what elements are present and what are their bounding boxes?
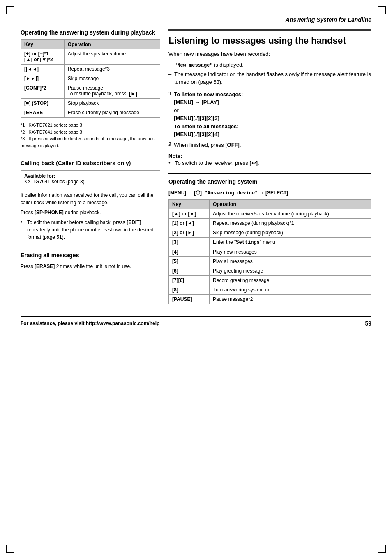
table-cell-operation: Play all messages bbox=[210, 257, 371, 266]
dash-item-2: The message indicator on the handset fla… bbox=[168, 70, 371, 86]
table-row: [4]Play new messages bbox=[169, 247, 371, 257]
table-cell-operation: Adjust the speaker volume bbox=[64, 49, 160, 65]
table-row: [2] or [►]Skip message (during playback) bbox=[169, 228, 371, 238]
divider-right bbox=[168, 173, 371, 174]
table-cell-key: [|◄◄] bbox=[21, 65, 65, 74]
operating-table: Key Operation [▲] or [▼]Adjust the recei… bbox=[168, 199, 371, 304]
page: Answering System for Landline Operating … bbox=[0, 0, 392, 559]
section-playback-heading: Operating the answering system during pl… bbox=[21, 29, 160, 36]
table-cell-operation: Stop playback bbox=[64, 99, 160, 108]
two-column-layout: Operating the answering system during pl… bbox=[21, 29, 371, 308]
table-cell-key: [2] or [►] bbox=[169, 228, 210, 238]
top-bar bbox=[168, 29, 371, 31]
num-1: 1 bbox=[168, 90, 171, 139]
table-cell-operation: Skip message (during playback) bbox=[210, 228, 371, 238]
section-erase-heading: Erasing all messages bbox=[21, 252, 160, 259]
corner-mark-tl bbox=[6, 6, 14, 14]
right-table-col-operation: Operation bbox=[210, 200, 371, 209]
playback-table: Key Operation [+] or [−]*1[▲] or [▼]*2Ad… bbox=[21, 39, 160, 118]
note-text: To switch to the receiver, press [↩]. bbox=[168, 159, 371, 167]
calling-back-body1: If caller information was received for t… bbox=[21, 192, 160, 206]
table-cell-key: [6] bbox=[169, 266, 210, 276]
table-row: [6]Play greeting message bbox=[169, 266, 371, 276]
table-cell-key: [ERASE] bbox=[21, 108, 65, 118]
section-calling-back-heading: Calling back (Caller ID subscribers only… bbox=[21, 159, 160, 167]
numbered-list: 1 To listen to new messages: [MENU] → [P… bbox=[168, 90, 371, 149]
dash-item-1: "New message" is displayed. bbox=[168, 61, 371, 69]
bottom-center-mark bbox=[196, 547, 196, 553]
divider-2 bbox=[21, 247, 160, 247]
table-row: [3]Enter the "Settings" menu bbox=[169, 238, 371, 247]
table-row: [PAUSE]Pause message*2 bbox=[169, 295, 371, 304]
left-column: Operating the answering system during pl… bbox=[21, 29, 160, 308]
dash-list: "New message" is displayed. The message … bbox=[168, 61, 371, 86]
table-cell-operation: Erase currently playing message bbox=[64, 108, 160, 118]
table-cell-key: [3] bbox=[169, 238, 210, 247]
note-label: Note: bbox=[168, 153, 182, 159]
table-row: [ERASE]Erase currently playing message bbox=[21, 108, 160, 118]
table-cell-operation: Repeat message*3 bbox=[64, 65, 160, 74]
divider-1 bbox=[21, 155, 160, 155]
table-cell-key: [7][6] bbox=[169, 276, 210, 285]
table-row: [CONF]*2Pause messageTo resume playback,… bbox=[21, 83, 160, 99]
table-cell-key: [+] or [−]*1[▲] or [▼]*2 bbox=[21, 49, 65, 65]
table-cell-key: [►►|] bbox=[21, 74, 65, 83]
section-erase: Erasing all messages Press [ERASE] 2 tim… bbox=[21, 252, 160, 270]
numbered-item-1: 1 To listen to new messages: [MENU] → [P… bbox=[168, 90, 371, 139]
top-center-mark bbox=[196, 6, 196, 12]
operating-menu-instruction: [MENU] → [⬡]: "Answering device" → [SELE… bbox=[168, 189, 371, 197]
num-2: 2 bbox=[168, 141, 171, 149]
table-row: [8]Turn answering system on bbox=[169, 285, 371, 295]
calling-back-bullet: To edit the number before calling back, … bbox=[21, 219, 160, 241]
page-header: Answering System for Landline bbox=[21, 16, 371, 25]
table-cell-operation: Repeat message (during playback)*1 bbox=[210, 219, 371, 228]
table-row: [►►|]Skip message bbox=[21, 74, 160, 83]
table-row: [|◄◄]Repeat message*3 bbox=[21, 65, 160, 74]
table-cell-operation: Pause message*2 bbox=[210, 295, 371, 304]
table-cell-key: [PAUSE] bbox=[169, 295, 210, 304]
table-cell-operation: Turn answering system on bbox=[210, 285, 371, 295]
table-row: [1] or [◄]Repeat message (during playbac… bbox=[169, 219, 371, 228]
table-row: [5]Play all messages bbox=[169, 257, 371, 266]
table-row: [■] (STOP)Stop playback bbox=[21, 99, 160, 108]
num-2-content: When finished, press [OFF]. bbox=[174, 141, 241, 149]
num-1-content: To listen to new messages: [MENU] → [PLA… bbox=[174, 90, 243, 139]
table-cell-operation: Play greeting message bbox=[210, 266, 371, 276]
corner-mark-br bbox=[378, 545, 386, 553]
corner-mark-bl bbox=[6, 545, 14, 553]
table-cell-operation: Enter the "Settings" menu bbox=[210, 238, 371, 247]
header-title: Answering System for Landline bbox=[286, 16, 371, 23]
available-label: Available for: bbox=[24, 173, 55, 179]
section-calling-back: Calling back (Caller ID subscribers only… bbox=[21, 159, 160, 241]
section-operating-heading: Operating the answering system bbox=[168, 178, 371, 185]
footer-text: For assistance, please visit http://www.… bbox=[21, 321, 159, 326]
table-col-operation: Operation bbox=[64, 40, 160, 49]
table-row: [+] or [−]*1[▲] or [▼]*2Adjust the speak… bbox=[21, 49, 160, 65]
available-box: Available for: KX-TG7641 series (page 3) bbox=[21, 170, 160, 187]
table-row: [7][6]Record greeting message bbox=[169, 276, 371, 285]
section-playback: Operating the answering system during pl… bbox=[21, 29, 160, 149]
table-cell-operation: Play new messages bbox=[210, 247, 371, 257]
table-cell-key: [▲] or [▼] bbox=[169, 209, 210, 219]
table-cell-key: [8] bbox=[169, 285, 210, 295]
footnote-2: *2 KX-TG7641 series: page 3 bbox=[21, 129, 160, 136]
right-table-col-key: Key bbox=[169, 200, 210, 209]
footnote-3: *3 If pressed within the first 5 seconds… bbox=[21, 135, 160, 149]
corner-mark-tr bbox=[378, 6, 386, 14]
table-cell-key: [■] (STOP) bbox=[21, 99, 65, 108]
table-col-key: Key bbox=[21, 40, 65, 49]
footer: For assistance, please visit http://www.… bbox=[21, 316, 371, 327]
content: Answering System for Landline Operating … bbox=[21, 16, 371, 327]
table-cell-operation: Adjust the receiver/speaker volume (duri… bbox=[210, 209, 371, 219]
section-listening: Listening to messages using the handset … bbox=[168, 35, 371, 167]
listening-intro: When new messages have been recorded: bbox=[168, 50, 371, 58]
table-cell-key: [CONF]*2 bbox=[21, 83, 65, 99]
calling-back-body2: Press [SP-PHONE] during playback. bbox=[21, 209, 160, 216]
note-section: Note: To switch to the receiver, press [… bbox=[168, 153, 371, 167]
footnote-1: *1 KX-TG7621 series: page 3 bbox=[21, 122, 160, 129]
footnotes: *1 KX-TG7621 series: page 3 *2 KX-TG7641… bbox=[21, 122, 160, 149]
numbered-item-2: 2 When finished, press [OFF]. bbox=[168, 141, 371, 149]
available-value: KX-TG7641 series (page 3) bbox=[24, 179, 85, 185]
table-cell-operation: Pause messageTo resume playback, press .… bbox=[64, 83, 160, 99]
table-cell-key: [5] bbox=[169, 257, 210, 266]
